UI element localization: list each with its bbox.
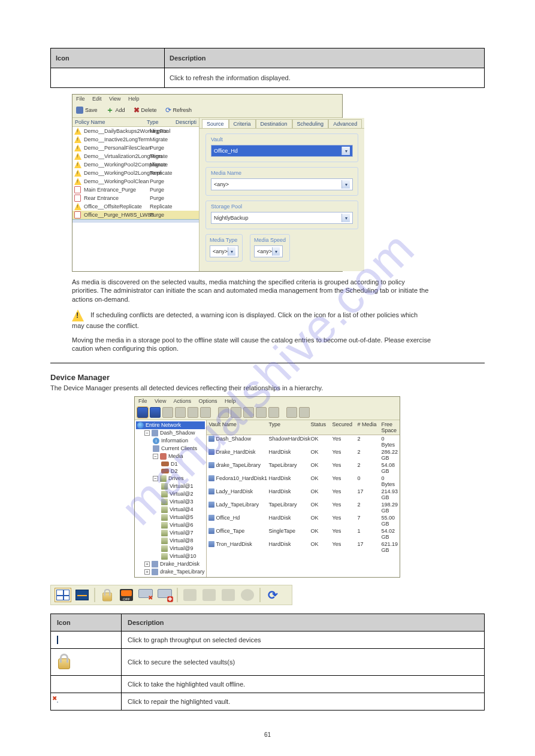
tree-node[interactable]: −Dash_Shadow bbox=[136, 429, 205, 437]
warning-icon bbox=[72, 309, 84, 321]
menu-edit[interactable]: Edit bbox=[92, 96, 102, 102]
media-name-label: Media Name bbox=[211, 170, 353, 176]
h-scrollbar[interactable] bbox=[72, 219, 199, 223]
tb-icon[interactable] bbox=[200, 407, 211, 418]
policy-row[interactable]: Demo__DailyBackups2WorkingPoolMigrate bbox=[72, 127, 199, 135]
refresh-button[interactable]: ⟳Refresh bbox=[165, 105, 192, 116]
col-desc[interactable]: Descripti bbox=[176, 119, 197, 125]
tree-node[interactable]: Virtual@4 bbox=[136, 506, 205, 514]
menu-actions[interactable]: Actions bbox=[173, 398, 191, 404]
save-button[interactable]: Save bbox=[76, 105, 98, 116]
policy-row[interactable]: Office__Purge_HW8S_LW8SPurge bbox=[72, 211, 199, 219]
tree-node[interactable]: Virtual@5 bbox=[136, 514, 205, 521]
policy-row[interactable]: Demo__WorkingPoolCleanPurge bbox=[72, 177, 199, 186]
policy-row[interactable]: Demo__WorkingPool2ComplianceMigrate bbox=[72, 160, 199, 169]
tree-node[interactable]: Current Clients bbox=[136, 445, 205, 453]
tree-node[interactable]: D1 bbox=[136, 460, 205, 467]
policy-row[interactable]: Rear EntrancePurge bbox=[72, 194, 199, 202]
tb-icon[interactable] bbox=[188, 407, 198, 418]
tb-icon[interactable] bbox=[286, 407, 297, 418]
col-status[interactable]: Status bbox=[310, 421, 332, 433]
device-tree[interactable]: Entire Network −Dash_Shadow iInformation… bbox=[135, 420, 207, 577]
col-media-count[interactable]: # Media bbox=[357, 421, 381, 433]
tree-node[interactable]: Virtual@9 bbox=[136, 545, 205, 552]
tb-icon[interactable] bbox=[243, 407, 254, 418]
tb-icon[interactable] bbox=[150, 407, 161, 418]
col-type[interactable]: Type bbox=[268, 421, 310, 433]
menu-view[interactable]: View bbox=[155, 398, 166, 404]
vault-icon bbox=[208, 515, 214, 521]
col-type[interactable]: Type bbox=[147, 119, 176, 125]
tree-node[interactable]: Virtual@7 bbox=[136, 529, 205, 537]
tree-node[interactable]: +drake_TapeLibrary bbox=[136, 568, 205, 576]
add-button[interactable]: ＋Add bbox=[106, 105, 125, 116]
warning-icon bbox=[74, 178, 81, 185]
vault-row[interactable]: Drake_HardDiskHardDiskOKYes2286.22 GB bbox=[207, 448, 400, 462]
tree-node[interactable]: −Drives bbox=[136, 475, 205, 482]
tree-node[interactable]: +Drake_HardDisk bbox=[136, 560, 205, 568]
tb-icon[interactable] bbox=[256, 407, 267, 418]
tab-scheduling[interactable]: Scheduling bbox=[292, 119, 329, 128]
policy-row[interactable]: Office__OffsiteReplicateReplicate bbox=[72, 202, 199, 211]
vault-row[interactable]: Fedora10_HardDisk1HardDiskOKYes00 Bytes bbox=[207, 475, 400, 488]
paragraph-3: Moving the media in a storage pool to th… bbox=[72, 336, 431, 353]
tree-node[interactable]: Virtual@2 bbox=[136, 490, 205, 498]
tb-icon[interactable] bbox=[162, 407, 173, 418]
tb-icon[interactable] bbox=[268, 407, 279, 418]
col-vault-name[interactable]: Vault Name bbox=[208, 421, 268, 433]
tree-node[interactable]: Virtual@3 bbox=[136, 498, 205, 506]
tab-criteria[interactable]: Criteria bbox=[229, 119, 256, 128]
desc-cell: Click to take the highlighted vault offl… bbox=[122, 675, 485, 693]
tb-icon[interactable] bbox=[175, 407, 186, 418]
policy-row[interactable]: Main Entrance_PurgePurge bbox=[72, 186, 199, 194]
tree-node[interactable]: Virtual@10 bbox=[136, 552, 205, 560]
tree-node[interactable]: Virtual@1 bbox=[136, 482, 205, 490]
vault-row[interactable]: Dash_ShadowShadowHardDiskOKYes20 Bytes bbox=[207, 435, 400, 448]
vault-row[interactable]: Lady_HardDiskHardDiskOKYes17214.93 GB bbox=[207, 488, 400, 501]
col-secured[interactable]: Secured bbox=[332, 421, 357, 433]
col-free-space[interactable]: Free Space bbox=[381, 421, 398, 433]
media-type-combo[interactable]: <any>▾ bbox=[210, 245, 238, 257]
tree-node[interactable]: −Media bbox=[136, 453, 205, 460]
vault-row[interactable]: Lady_TapeLibraryTapeLibraryOKYes2198.29 … bbox=[207, 501, 400, 514]
tree-root[interactable]: Entire Network bbox=[136, 421, 205, 429]
policy-row[interactable]: Demo__Inactive2LongTermMigrate bbox=[72, 135, 199, 144]
vault-row[interactable]: Office_HdHardDiskOKYes755.00 GB bbox=[207, 514, 400, 527]
policy-row[interactable]: Demo__Virtualization2LongTermMigrate bbox=[72, 152, 199, 160]
tb-icon[interactable] bbox=[137, 407, 148, 418]
grid-view-icon[interactable] bbox=[55, 588, 71, 602]
offline-icon[interactable] bbox=[118, 588, 135, 602]
col-policy-name[interactable]: Policy Name bbox=[75, 119, 147, 125]
tree-node[interactable]: D2 bbox=[136, 467, 205, 475]
lock-icon[interactable] bbox=[99, 588, 116, 602]
tb-icon[interactable] bbox=[218, 407, 229, 418]
tb-icon[interactable] bbox=[299, 407, 310, 418]
policy-row[interactable]: Demo__PersonalFilesCleanPurge bbox=[72, 144, 199, 152]
tab-advanced[interactable]: Advanced bbox=[328, 119, 362, 128]
vault-row[interactable]: drake_TapeLibraryTapeLibraryOKYes254.08 … bbox=[207, 462, 400, 475]
chart-icon[interactable] bbox=[74, 588, 90, 602]
vault-row[interactable]: Office_TapeSingleTapeOKYes154.02 GB bbox=[207, 527, 400, 541]
policy-row[interactable]: Demo__WorkingPool2LongTermReplicate bbox=[72, 169, 199, 177]
menu-view[interactable]: View bbox=[109, 96, 120, 102]
delete-button[interactable]: ✖Delete bbox=[134, 105, 157, 116]
menu-options[interactable]: Options bbox=[198, 398, 217, 404]
vault-combo[interactable]: Office_Hd▾ bbox=[211, 145, 353, 157]
menu-help[interactable]: Help bbox=[128, 96, 140, 102]
refresh-icon[interactable]: ⟳ bbox=[264, 588, 281, 602]
menu-help[interactable]: Help bbox=[225, 398, 236, 404]
tree-node[interactable]: Virtual@8 bbox=[136, 537, 205, 545]
tree-node[interactable]: iInformation bbox=[136, 437, 205, 445]
tab-source[interactable]: Source bbox=[202, 119, 229, 128]
vault-row[interactable]: Tron_HardDiskHardDiskOKYes17621.19 GB bbox=[207, 541, 400, 554]
add-vault-icon[interactable] bbox=[156, 588, 173, 602]
menu-file[interactable]: File bbox=[76, 96, 85, 102]
tb-icon[interactable] bbox=[231, 407, 241, 418]
menu-file[interactable]: File bbox=[138, 398, 147, 404]
tree-node[interactable]: Virtual@6 bbox=[136, 521, 205, 529]
storage-pool-combo[interactable]: NightlyBackup▾ bbox=[211, 212, 353, 224]
media-speed-combo[interactable]: <any>▾ bbox=[254, 245, 283, 257]
tab-destination[interactable]: Destination bbox=[256, 119, 292, 128]
repair-icon[interactable] bbox=[137, 588, 154, 602]
media-name-combo[interactable]: <any>▾ bbox=[211, 178, 353, 190]
